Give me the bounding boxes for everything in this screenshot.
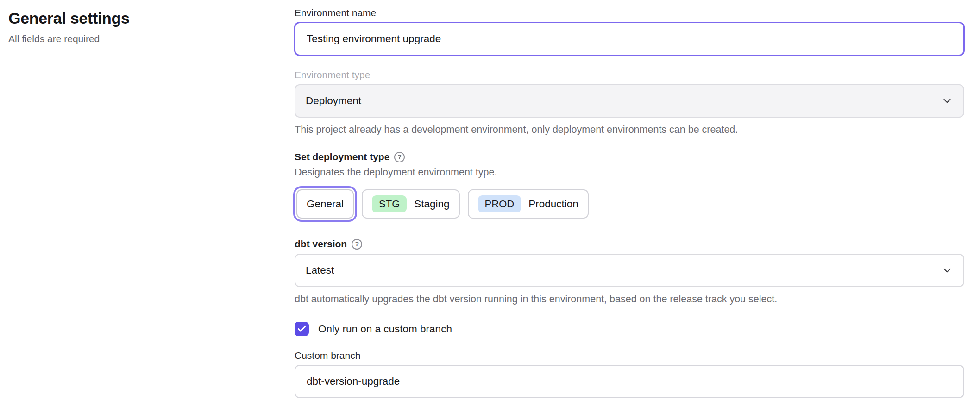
dbt-version-label: dbt version (295, 238, 347, 250)
environment-type-helper: This project already has a development e… (295, 124, 964, 136)
custom-branch-input[interactable] (295, 365, 964, 398)
environment-name-field: Environment name (295, 7, 964, 56)
deployment-type-label: Set deployment type (295, 151, 389, 162)
staging-badge: STG (372, 195, 407, 212)
deployment-type-production-label: Production (528, 198, 578, 210)
environment-form: Environment name Environment type Deploy… (295, 7, 964, 398)
custom-branch-checkbox-row: Only run on a custom branch (295, 322, 964, 336)
dbt-version-label-row: dbt version ? (295, 238, 964, 250)
settings-header: General settings All fields are required (8, 7, 295, 398)
page-title: General settings (8, 9, 295, 27)
dbt-version-value: Latest (306, 264, 334, 276)
deployment-type-label-row: Set deployment type ? (295, 151, 964, 162)
deployment-type-description: Designates the deployment environment ty… (295, 167, 964, 178)
deployment-type-staging-button[interactable]: STG Staging (362, 189, 460, 219)
chevron-down-icon (941, 95, 953, 107)
deployment-type-options: General STG Staging PROD Production (295, 186, 964, 222)
production-badge: PROD (478, 195, 521, 212)
custom-branch-checkbox[interactable] (295, 322, 309, 336)
environment-name-label: Environment name (295, 7, 376, 19)
custom-branch-field: Custom branch (295, 350, 964, 398)
dbt-version-select[interactable]: Latest (295, 254, 964, 287)
deployment-type-staging-label: Staging (414, 198, 449, 210)
environment-type-value: Deployment (306, 95, 361, 107)
check-icon (297, 324, 307, 334)
environment-settings-page: General settings All fields are required… (0, 0, 980, 398)
page-subtitle: All fields are required (8, 33, 295, 44)
environment-type-select: Deployment (295, 84, 964, 118)
environment-type-label: Environment type (295, 69, 370, 81)
dbt-version-field: dbt version ? Latest dbt automatically u… (295, 238, 964, 305)
dbt-version-helper: dbt automatically upgrades the dbt versi… (295, 294, 964, 305)
help-icon[interactable]: ? (394, 152, 405, 162)
chevron-down-icon (941, 264, 953, 276)
custom-branch-label: Custom branch (295, 350, 360, 361)
environment-name-input[interactable] (295, 22, 964, 56)
deployment-type-field: Set deployment type ? Designates the dep… (295, 151, 964, 222)
deployment-type-production-button[interactable]: PROD Production (468, 189, 589, 219)
deployment-type-general-label: General (307, 198, 344, 210)
help-icon[interactable]: ? (352, 239, 362, 250)
environment-type-field: Environment type Deployment This project… (295, 69, 964, 136)
custom-branch-checkbox-label[interactable]: Only run on a custom branch (318, 323, 452, 335)
deployment-type-general-button[interactable]: General (296, 189, 354, 219)
